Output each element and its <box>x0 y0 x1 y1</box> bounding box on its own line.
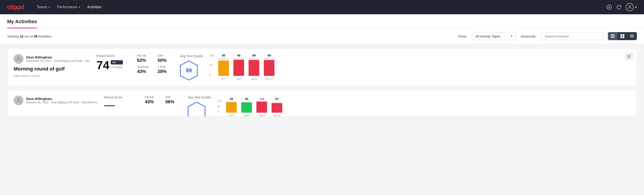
bar-value-arg2: 106 <box>259 97 264 100</box>
activity-card-left: Dave Billingham December 05, 2021 - Gog … <box>14 54 89 78</box>
nav-activities[interactable]: Activities <box>87 3 101 11</box>
activity-type-value: All Activity Types <box>476 34 500 38</box>
bar-container-app <box>234 58 244 76</box>
bar-group-putt: 89 PUTT <box>264 54 274 81</box>
bar-value-ott2: 94 <box>230 97 233 100</box>
svg-point-16 <box>18 98 20 100</box>
page-title: My Activities <box>7 14 37 28</box>
bar-group-ott: 85 OTT <box>218 54 229 81</box>
round-score-section: Round Score <box>104 96 138 106</box>
bar-group-arg2: 106 ARG <box>256 97 267 117</box>
bar-container-ott <box>218 58 229 76</box>
updown-stat: Up/Down 43% <box>137 65 152 74</box>
bar-chart-inner: 100 50 0 94 OTT 93 <box>217 100 630 117</box>
gir-stat: GIR 50% <box>158 54 173 63</box>
bar-chart-inner: 100 50 0 85 OTT 90 <box>209 54 630 81</box>
bar-fill-ott <box>218 61 229 76</box>
activity-type-dropdown[interactable]: All Activity Types ▾ <box>472 32 516 40</box>
bar-container-ott2 <box>226 102 237 113</box>
bar-xlabel-app2: APP <box>244 114 249 117</box>
show-label: Show: <box>458 34 467 38</box>
bar-fill-app <box>234 60 244 76</box>
y-label-0: 0 <box>209 73 214 76</box>
gir-label: GIR <box>165 96 180 99</box>
svg-rect-10 <box>622 36 624 38</box>
bar-value-arg: 89 <box>252 54 256 57</box>
nav-performance[interactable]: Performance ▾ <box>57 3 80 11</box>
bar-container-putt2 <box>272 102 282 113</box>
nav-teams[interactable]: Teams ▾ <box>36 3 50 11</box>
svg-rect-7 <box>620 34 622 36</box>
bar-container-app2 <box>241 102 252 113</box>
activity-card: Dave Billingham October 16, 2021 - Gog M… <box>7 90 637 117</box>
svg-rect-4 <box>611 34 615 35</box>
quality-label: Avg Shot Quality <box>188 96 211 99</box>
score-badge: +4 <box>111 60 123 64</box>
search-input[interactable] <box>541 32 604 40</box>
bar-value-putt: 89 <box>268 54 271 57</box>
viewing-count: 12 <box>20 34 24 38</box>
activity-dropdown-chevron-icon: ▾ <box>511 34 512 38</box>
chart-y-labels: 100 50 0 <box>209 54 214 81</box>
svg-point-3 <box>629 6 630 7</box>
navbar-right: ▾ <box>606 3 637 11</box>
bar-xlabel-putt: PUTT <box>266 78 273 81</box>
viewing-text: Viewing 12 out of 29 Activities <box>7 34 51 38</box>
list-view-button[interactable] <box>608 32 618 40</box>
bar-fill-app2 <box>241 102 252 113</box>
user-name: Dave Billingham <box>26 55 89 59</box>
fw-hit-stat: FW Hit 43% <box>145 96 160 104</box>
quality-left: Avg Shot Quality 89 <box>180 54 203 80</box>
fw-hit-label: FW Hit <box>137 54 152 57</box>
bar-xlabel-arg2: ARG <box>259 114 265 117</box>
bar-group-putt2: 87 PUTT <box>272 97 282 117</box>
hexagon-wrap: 89 <box>180 60 203 80</box>
stats-section: FW Hit 43% GIR 56% <box>145 96 180 104</box>
bar-value-putt2: 87 <box>275 97 278 100</box>
viewing-total: 29 <box>34 34 38 38</box>
user-date: October 16, 2021 - Gog Magog Golf Club -… <box>26 100 97 104</box>
score-main: 74 +4 18 Holes <box>96 59 130 71</box>
y-label-100: 100 <box>209 54 214 57</box>
user-menu-button[interactable]: ▾ <box>626 3 637 11</box>
nav-performance-label: Performance <box>57 5 78 9</box>
svg-rect-5 <box>611 36 615 36</box>
bar-container-arg <box>248 58 259 76</box>
bar-chart: 100 50 0 94 OTT 93 <box>217 100 630 117</box>
activities-list: Dave Billingham December 05, 2021 - Gog … <box>0 44 644 121</box>
refresh-icon[interactable] <box>616 5 621 10</box>
user-row: Dave Billingham October 16, 2021 - Gog M… <box>14 96 97 105</box>
nav-activities-label: Activities <box>87 5 101 9</box>
data-source: Data Source: Arccos <box>14 74 89 78</box>
bar-xlabel-arg: ARG <box>251 78 257 81</box>
gir-label: GIR <box>158 54 173 57</box>
search-input-wrap <box>541 32 604 40</box>
user-info: Dave Billingham December 05, 2021 - Gog … <box>26 55 89 62</box>
avatar <box>626 3 634 11</box>
hexagon-wrap <box>188 102 211 117</box>
activity-card-left: Dave Billingham October 16, 2021 - Gog M… <box>14 96 97 108</box>
fw-hit-value: 62% <box>137 58 152 63</box>
bar-fill-ott2 <box>226 102 237 113</box>
grid-view-button[interactable] <box>618 32 627 40</box>
hexagon <box>188 102 206 117</box>
user-info: Dave Billingham October 16, 2021 - Gog M… <box>26 97 97 104</box>
keywords-label: Keywords: <box>521 34 536 38</box>
quality-value: 89 <box>186 68 192 74</box>
bar-container-arg2 <box>256 102 267 113</box>
filters-bar: Viewing 12 out of 29 Activities Show: Al… <box>0 28 644 44</box>
svg-rect-8 <box>622 34 624 36</box>
quality-section: Avg Shot Quality 89 100 50 0 <box>180 54 630 81</box>
edit-button[interactable] <box>625 52 633 60</box>
view-toggle <box>608 32 637 40</box>
compact-view-button[interactable] <box>627 32 637 40</box>
nav-teams-label: Teams <box>36 5 47 9</box>
svg-rect-6 <box>611 37 615 38</box>
user-chevron-icon: ▾ <box>635 5 637 9</box>
svg-rect-12 <box>630 36 634 36</box>
viewing-suffix: Activities <box>38 34 51 38</box>
avatar <box>14 96 24 105</box>
add-icon[interactable] <box>606 4 612 10</box>
user-row: Dave Billingham December 05, 2021 - Gog … <box>14 54 89 64</box>
viewing-out-of: out of <box>24 34 34 38</box>
